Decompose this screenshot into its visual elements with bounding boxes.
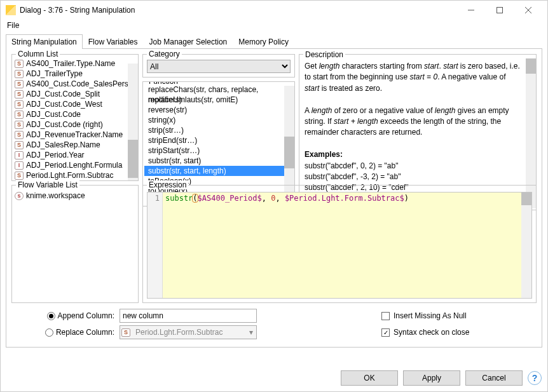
string-type-icon: S [15, 80, 24, 88]
line-gutter: 1 [147, 193, 163, 298]
description-text: Get length characters starting from star… [305, 61, 521, 205]
function-item[interactable]: substr(str, start, length) [144, 166, 293, 176]
function-item[interactable]: replaceChars(str, chars, replace, modifi… [144, 84, 293, 95]
column-list-item[interactable]: SADJ_Cust.Code_Split [12, 89, 138, 99]
column-list-label: Column List [16, 50, 60, 58]
string-type-icon: S [15, 141, 24, 149]
column-list-item[interactable]: SADJ_Cust.Code_West [12, 99, 138, 109]
column-list-item[interactable]: SADJ_SalesRep.Name [12, 140, 138, 150]
function-item[interactable]: stripStart(str…) [144, 145, 293, 156]
string-type-icon: S [15, 111, 24, 119]
column-list-item[interactable]: SADJ_Cust.Code [12, 109, 138, 119]
expression-box: Expression 1 substr($AS400_Period$, 0, $… [142, 185, 537, 303]
radio-on-icon [47, 312, 55, 320]
column-list-scrollbar[interactable] [128, 64, 138, 180]
insert-missing-checkbox[interactable]: Insert Missing As Null [381, 311, 467, 320]
flow-var-item[interactable]: s knime.workspace [12, 191, 138, 201]
tab-string-manipulation[interactable]: String Manipulation [6, 34, 83, 49]
syntax-check-checkbox[interactable]: Syntax check on close [381, 328, 469, 337]
chevron-down-icon: ▾ [246, 328, 256, 337]
column-list[interactable]: SAS400_Trailer.Type.NameSADJ_TrailerType… [12, 55, 138, 180]
string-type-icon: S [15, 70, 24, 78]
string-type-icon: S [15, 131, 24, 139]
menu-bar: File [1, 20, 547, 34]
tab-flow-variables[interactable]: Flow Variables [83, 34, 144, 49]
description-label: Description [303, 50, 345, 60]
function-item[interactable]: stripEnd(str…) [144, 135, 293, 145]
tab-panel: Column List SAS400_Trailer.Type.NameSADJ… [6, 49, 542, 348]
window-title: Dialog - 3:76 - String Manipulation [20, 6, 456, 15]
column-list-item[interactable]: IADJ_Period.Lenght.Formula [12, 160, 138, 170]
maximize-button[interactable] [485, 1, 514, 19]
string-var-icon: s [15, 192, 24, 200]
tab-job-manager[interactable]: Job Manager Selection [144, 34, 233, 49]
category-box: Category All [142, 54, 295, 78]
close-button[interactable] [514, 1, 542, 19]
column-list-item[interactable]: SPeriod.Lght.Form.Subtrac [12, 170, 138, 180]
function-list[interactable]: replaceChars(str, chars, replace, modifi… [144, 84, 293, 196]
editor-scrollbar[interactable] [521, 193, 531, 298]
string-type-icon: S [15, 172, 24, 180]
column-list-box: Column List SAS400_Trailer.Type.NameSADJ… [11, 54, 139, 181]
tab-memory-policy[interactable]: Memory Policy [233, 34, 294, 49]
expression-label: Expression [147, 180, 188, 189]
title-bar: Dialog - 3:76 - String Manipulation [1, 1, 547, 20]
svg-rect-1 [497, 8, 502, 13]
column-list-item[interactable]: SADJ_Cust.Code (right) [12, 119, 138, 130]
integer-type-icon: I [15, 161, 24, 170]
function-item[interactable]: reverse(str) [144, 105, 293, 115]
string-type-icon: S [15, 90, 24, 98]
append-column-option[interactable]: Append Column: [11, 311, 120, 320]
expression-editor[interactable]: 1 substr($AS400_Period$, 0, $Period.Lght… [147, 192, 532, 299]
code-area[interactable]: substr($AS400_Period$, 0, $Period.Lght.F… [163, 193, 531, 298]
integer-type-icon: I [15, 151, 24, 159]
function-item[interactable]: string(x) [144, 115, 293, 125]
column-list-item[interactable]: SAS400_Trailer.Type.Name [12, 58, 138, 69]
tab-strip: String Manipulation Flow Variables Job M… [6, 34, 542, 49]
function-item[interactable]: substr(str, start) [144, 156, 293, 166]
radio-off-icon [45, 328, 53, 337]
column-list-item[interactable]: SAS400_Cust.Code_SalesPerson [12, 79, 138, 89]
string-type-icon: S [15, 60, 24, 68]
column-list-item[interactable]: SADJ_RevenueTracker.Name [12, 130, 138, 140]
cancel-button[interactable]: Cancel [465, 370, 523, 386]
string-type-icon: S [15, 100, 24, 109]
minimize-button[interactable] [456, 1, 485, 19]
category-label: Category [147, 50, 182, 58]
flow-variable-label: Flow Variable List [16, 180, 79, 189]
string-type-icon: S [15, 121, 24, 129]
string-type-icon: S [121, 328, 130, 337]
category-select[interactable]: All [147, 60, 291, 73]
output-options: Append Column: Replace Column: S Period.… [11, 308, 537, 341]
column-list-item[interactable]: SADJ_TrailerType [12, 69, 138, 79]
column-list-item[interactable]: IADJ_Period.Year [12, 150, 138, 160]
function-label: Function [147, 81, 180, 86]
replace-column-select: S Period.Lght.Form.Subtrac ▾ [120, 325, 257, 339]
dialog-buttons: OK Apply Cancel ? [341, 370, 542, 386]
append-column-input[interactable] [120, 309, 257, 323]
replace-column-option[interactable]: Replace Column: [11, 328, 120, 337]
ok-button[interactable]: OK [341, 370, 398, 386]
app-icon [6, 5, 16, 15]
apply-button[interactable]: Apply [403, 370, 460, 386]
menu-file[interactable]: File [4, 20, 22, 31]
flow-variable-list[interactable]: s knime.workspace [12, 186, 138, 302]
function-item[interactable]: strip(str…) [144, 125, 293, 135]
help-button[interactable]: ? [528, 371, 542, 385]
function-item[interactable]: replaceUmlauts(str, omitE) [144, 95, 293, 105]
flow-variable-box: Flow Variable List s knime.workspace [11, 185, 139, 303]
